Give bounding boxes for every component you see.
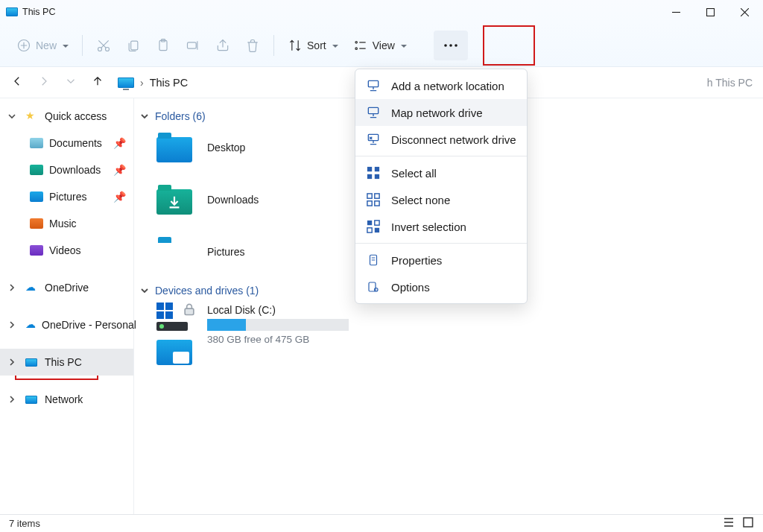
toolbar: New Sort View (0, 24, 763, 67)
menu-disconnect-network-drive[interactable]: Disconnect network drive (355, 126, 527, 153)
select-none-icon (366, 192, 381, 207)
sidebar-item-onedrive-personal[interactable]: ☁ OneDrive - Personal (0, 311, 133, 338)
folder-icon (30, 218, 43, 229)
minimize-button[interactable] (659, 0, 693, 24)
folder-label: Desktop (207, 142, 245, 153)
chevron-right-icon (7, 358, 16, 367)
rename-button[interactable] (180, 32, 206, 59)
separator (82, 35, 83, 56)
drive-icon (156, 304, 195, 331)
search-input[interactable]: h This PC (707, 77, 753, 89)
svg-rect-23 (367, 201, 372, 206)
separator (273, 35, 274, 56)
svg-point-12 (455, 44, 458, 47)
sidebar-item-videos[interactable]: Videos (0, 237, 133, 264)
svg-rect-17 (367, 167, 372, 171)
menu-add-network-location[interactable]: Add a network location (355, 72, 527, 99)
sidebar-quick-access[interactable]: ★ Quick access (0, 103, 133, 130)
svg-point-10 (444, 44, 447, 47)
back-button[interactable] (10, 75, 24, 90)
svg-rect-21 (367, 194, 372, 198)
sidebar-item-pictures[interactable]: Pictures 📌 (0, 183, 133, 210)
sidebar-item-music[interactable]: Music (0, 210, 133, 237)
sidebar-item-label: Documents (49, 137, 102, 149)
sidebar-item-label: Videos (49, 244, 81, 256)
sort-button[interactable]: Sort (282, 32, 344, 59)
folder-icon (30, 245, 43, 256)
rename-icon (186, 38, 200, 53)
sidebar-item-label: OneDrive - Personal (42, 319, 136, 331)
sidebar-item-label: Downloads (49, 164, 101, 176)
drive-free-text: 380 GB free of 475 GB (207, 334, 349, 345)
app-icon (6, 7, 18, 16)
invert-selection-icon (366, 219, 381, 234)
new-label: New (36, 39, 57, 51)
menu-properties[interactable]: Properties (355, 247, 527, 273)
scissors-icon (96, 38, 111, 53)
svg-rect-15 (368, 107, 378, 113)
close-button[interactable] (727, 0, 762, 24)
svg-rect-7 (188, 42, 197, 48)
disconnect-drive-icon (366, 132, 381, 147)
window-controls (659, 0, 762, 24)
details-view-button[interactable] (723, 516, 735, 531)
menu-label: Properties (391, 254, 442, 267)
forward-button[interactable] (37, 75, 51, 90)
ellipsis-icon (443, 42, 458, 48)
delete-button[interactable] (239, 32, 266, 59)
large-icons-view-button[interactable] (742, 516, 754, 531)
menu-label: Select all (391, 167, 437, 180)
sort-icon (288, 38, 303, 53)
drive-item[interactable]: Local Disk (C:) 380 GB free of 475 GB (140, 304, 763, 345)
recent-button[interactable] (64, 75, 77, 90)
folder-label: Downloads (207, 194, 259, 206)
sidebar-item-onedrive[interactable]: ☁ OneDrive (0, 274, 133, 301)
menu-map-network-drive[interactable]: Map network drive (355, 99, 527, 126)
breadcrumb[interactable]: This PC (150, 77, 189, 89)
sidebar-item-network[interactable]: Network (0, 386, 133, 413)
svg-rect-22 (375, 194, 379, 198)
svg-rect-20 (375, 174, 379, 179)
new-button[interactable]: New (10, 32, 75, 59)
svg-rect-19 (367, 174, 372, 179)
sidebar-item-this-pc[interactable]: This PC (0, 349, 133, 376)
drive-name: Local Disk (C:) (207, 304, 349, 316)
sidebar-item-label: Pictures (49, 191, 87, 203)
svg-rect-14 (368, 80, 378, 86)
chevron-right-icon (7, 283, 16, 292)
menu-select-none[interactable]: Select none (355, 186, 527, 213)
properties-icon (366, 253, 381, 267)
svg-rect-0 (706, 8, 714, 16)
clipboard-icon (156, 38, 171, 53)
sidebar-item-downloads[interactable]: Downloads 📌 (0, 156, 133, 183)
copy-button[interactable] (120, 32, 147, 59)
folder-icon (156, 237, 192, 267)
menu-invert-selection[interactable]: Invert selection (355, 213, 527, 240)
share-icon (215, 38, 230, 53)
sidebar-item-documents[interactable]: Documents 📌 (0, 130, 133, 156)
view-button[interactable]: View (347, 32, 413, 59)
up-button[interactable] (91, 75, 104, 90)
menu-separator (355, 243, 527, 244)
folder-icon (156, 185, 192, 215)
svg-rect-27 (367, 228, 372, 232)
sidebar-item-label: This PC (45, 356, 82, 368)
svg-rect-26 (375, 221, 379, 225)
pin-icon: 📌 (113, 137, 126, 149)
options-icon (366, 279, 381, 294)
sidebar-item-label: OneDrive (45, 282, 89, 294)
share-button[interactable] (209, 32, 236, 59)
menu-options[interactable]: Options (355, 273, 527, 300)
more-button[interactable] (434, 31, 468, 60)
drive-meta: Local Disk (C:) 380 GB free of 475 GB (207, 304, 349, 345)
status-item-count: 7 items (9, 518, 40, 529)
maximize-button[interactable] (693, 0, 727, 24)
view-icon (353, 38, 368, 53)
menu-label: Add a network location (391, 80, 504, 92)
sidebar: ★ Quick access Documents 📌 Downloads 📌 P… (0, 98, 134, 514)
menu-select-all[interactable]: Select all (355, 159, 527, 186)
chevron-right-icon (7, 395, 16, 404)
pin-icon: 📌 (113, 191, 126, 203)
cut-button[interactable] (90, 32, 117, 59)
paste-button[interactable] (150, 32, 177, 59)
